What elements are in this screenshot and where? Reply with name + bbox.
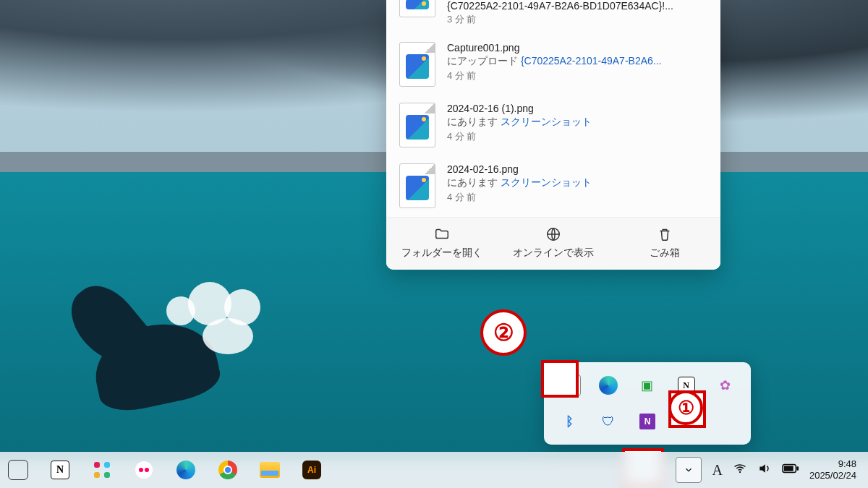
- taskbar-clock[interactable]: 9:48 2025/02/24: [809, 458, 856, 481]
- tray-green-app-icon[interactable]: ▣: [637, 375, 658, 395]
- battery-icon[interactable]: [782, 463, 799, 476]
- view-online-label: オンラインで表示: [513, 247, 594, 260]
- annotation-step2-box: [541, 360, 579, 398]
- file-time: 4 分 前: [447, 130, 707, 143]
- onedrive-file-row[interactable]: {C70225A2-2101-49A7-B2A6-BD1D07E634AC}!.…: [386, 0, 720, 35]
- file-title: 2024-02-16.png: [447, 163, 707, 175]
- svg-rect-4: [796, 466, 799, 471]
- annotation-step2-badge: ②: [480, 309, 527, 356]
- file-location-link[interactable]: {C70225A2-2101-49A7-B2A6...: [521, 55, 662, 67]
- taskbar-explorer-icon[interactable]: [259, 459, 281, 481]
- svg-rect-3: [784, 466, 793, 471]
- tray-bluetooth-icon[interactable]: ᛒ: [560, 411, 580, 432]
- file-time: 4 分 前: [447, 191, 707, 204]
- tray-onenote-icon[interactable]: N: [639, 414, 655, 429]
- file-thumbnail-icon: [399, 0, 435, 17]
- file-location: にアップロード {C70225A2-2101-49A7-B2A6...: [447, 55, 707, 68]
- onedrive-actions: フォルダーを開く オンラインで表示 ごみ箱: [386, 217, 720, 270]
- file-thumbnail-icon: [399, 163, 435, 208]
- file-location-link[interactable]: スクリーンショット: [501, 116, 592, 127]
- onedrive-file-row[interactable]: 2024-02-16.png にあります スクリーンショット 4 分 前: [386, 156, 720, 217]
- folder-icon: [434, 226, 450, 242]
- taskbar: N Ai A 9:48 2025/02/24: [0, 452, 868, 488]
- systray-overflow-button[interactable]: [676, 457, 702, 483]
- file-thumbnail-icon: [399, 42, 435, 87]
- trash-icon: [657, 226, 673, 242]
- file-location: にあります スクリーンショット: [447, 176, 707, 189]
- globe-icon: [545, 226, 561, 242]
- file-title: Capture001.png: [447, 42, 707, 53]
- clock-time: 9:48: [809, 458, 856, 470]
- wallpaper-whale: [51, 275, 268, 434]
- systray: A 9:48 2025/02/24: [676, 457, 856, 483]
- taskbar-edge-icon[interactable]: [175, 459, 197, 481]
- recycle-bin-button[interactable]: ごみ箱: [609, 218, 720, 270]
- chevron-down-icon: [684, 465, 694, 475]
- onedrive-file-row[interactable]: Capture001.png にアップロード {C70225A2-2101-49…: [386, 35, 720, 95]
- open-folder-label: フォルダーを開く: [401, 247, 482, 260]
- taskbar-widget-icon[interactable]: [7, 459, 29, 481]
- taskbar-asana-icon[interactable]: [133, 459, 155, 481]
- view-online-button[interactable]: オンラインで表示: [498, 218, 609, 270]
- taskbar-slack-icon[interactable]: [91, 459, 113, 481]
- file-time: 4 分 前: [447, 69, 707, 82]
- svg-point-1: [739, 471, 741, 473]
- onedrive-flyout: {C70225A2-2101-49A7-B2A6-BD1D07E634AC}!.…: [386, 0, 720, 270]
- taskbar-illustrator-icon[interactable]: Ai: [301, 459, 323, 481]
- wifi-icon[interactable]: [733, 461, 747, 479]
- file-location-link[interactable]: スクリーンショット: [501, 176, 592, 188]
- ime-indicator[interactable]: A: [712, 462, 722, 479]
- annotation-step1-badge: ①: [668, 390, 703, 425]
- file-title: 2024-02-16 (1).png: [447, 103, 707, 114]
- taskbar-chrome-icon[interactable]: [217, 459, 239, 481]
- file-location: にあります スクリーンショット: [447, 116, 707, 129]
- file-thumbnail-icon: [399, 103, 435, 147]
- tray-security-icon[interactable]: 🛡: [598, 411, 618, 432]
- recycle-bin-label: ごみ箱: [650, 247, 680, 260]
- file-time: 3 分 前: [447, 13, 707, 26]
- onedrive-file-row[interactable]: 2024-02-16 (1).png にあります スクリーンショット 4 分 前: [386, 95, 720, 156]
- tray-edge-icon[interactable]: [598, 375, 618, 395]
- file-title: {C70225A2-2101-49A7-B2A6-BD1D07E634AC}!.…: [447, 0, 707, 12]
- volume-icon[interactable]: [757, 461, 772, 479]
- taskbar-notion-icon[interactable]: N: [49, 459, 71, 481]
- open-folder-button[interactable]: フォルダーを開く: [386, 218, 498, 270]
- clock-date: 2025/02/24: [809, 470, 856, 481]
- tray-teams-icon[interactable]: ✿: [715, 375, 735, 395]
